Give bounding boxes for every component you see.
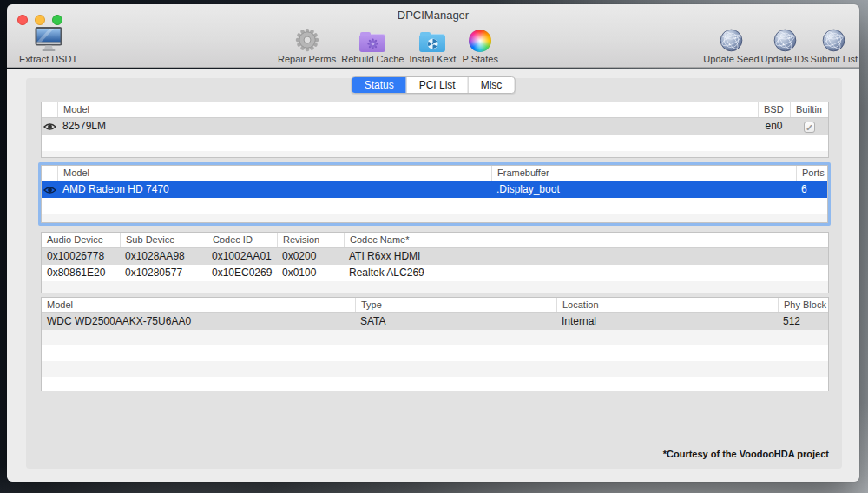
sub-device-cell: 0x1028AA98 xyxy=(120,248,207,265)
voodoohda-credit: *Courtesy of the VoodooHDA project xyxy=(663,449,829,459)
imac-display-icon xyxy=(33,25,64,52)
sub-device-cell: 0x10280577 xyxy=(120,265,207,281)
disk-table: Model Type Location Phy Block WDC WD2500… xyxy=(41,297,829,391)
globe-icon xyxy=(822,25,845,52)
toolbar-item-label: Repair Perms xyxy=(278,54,336,64)
column-header-codec-id[interactable]: Codec ID xyxy=(207,233,277,247)
graphics-model-cell: AMD Radeon HD 7470 xyxy=(57,181,491,198)
empty-row xyxy=(42,135,828,151)
install-kext-button[interactable]: Install Kext xyxy=(409,25,456,64)
tab-status[interactable]: Status xyxy=(352,77,406,93)
column-header-model[interactable]: Model xyxy=(57,166,491,181)
tab-pci-list[interactable]: PCI List xyxy=(406,77,468,93)
column-header-revision[interactable]: Revision xyxy=(277,233,344,247)
update-seed-button[interactable]: Update Seed xyxy=(703,25,759,64)
column-header-framebuffer[interactable]: Framebuffer xyxy=(491,166,796,181)
column-header-location[interactable]: Location xyxy=(556,298,778,312)
column-header-bsd[interactable]: BSD xyxy=(758,102,790,117)
codec-name-cell: ATI R6xx HDMI xyxy=(344,248,828,265)
revision-cell: 0x0200 xyxy=(277,248,344,265)
audio-table: Audio Device Sub Device Codec ID Revisio… xyxy=(41,232,829,293)
blue-folder-kext-icon xyxy=(419,25,445,52)
update-ids-button[interactable]: Update IDs xyxy=(761,25,809,64)
titlebar-toolbar: DPCIManager Extract DSDT xyxy=(7,4,859,68)
gear-icon xyxy=(295,25,319,52)
disk-table-header: Model Type Location Phy Block xyxy=(42,298,828,313)
column-header-model[interactable]: Model xyxy=(57,102,758,117)
empty-row xyxy=(42,151,828,157)
rebuild-cache-button[interactable]: Rebuild Cache xyxy=(341,25,404,64)
column-header-audio-device[interactable]: Audio Device xyxy=(42,233,120,247)
empty-row xyxy=(42,198,827,214)
column-header-codec-name[interactable]: Codec Name* xyxy=(344,233,828,247)
network-model-cell: 82579LM xyxy=(57,118,758,135)
toolbar-item-label: Update Seed xyxy=(703,54,759,64)
toolbar-item-label: Submit List xyxy=(811,54,858,64)
network-bsd-cell: en0 xyxy=(758,118,790,135)
toolbar-item-label: Install Kext xyxy=(409,54,456,64)
color-wheel-icon xyxy=(469,25,491,52)
toolbar-center-group: Repair Perms xyxy=(278,25,499,64)
empty-row xyxy=(42,281,828,293)
empty-row xyxy=(42,345,828,361)
disk-type-cell: SATA xyxy=(355,313,556,330)
toolbar-item-label: P States xyxy=(463,54,498,64)
disk-phy-block-cell: 512 xyxy=(778,313,828,330)
graphics-framebuffer-cell: .Display_boot xyxy=(491,181,796,198)
column-header-type[interactable]: Type xyxy=(355,298,556,312)
column-header-ports[interactable]: Ports xyxy=(796,166,827,181)
globe-icon xyxy=(773,25,797,52)
app-window: DPCIManager Extract DSDT xyxy=(7,4,859,482)
builtin-checkbox[interactable] xyxy=(804,122,815,133)
empty-row xyxy=(42,214,827,222)
window-title: DPCIManager xyxy=(7,9,859,22)
toolbar-item-label: Extract DSDT xyxy=(19,54,77,64)
toolbar-item-label: Update IDs xyxy=(761,54,809,64)
toolbar-item-label: Rebuild Cache xyxy=(341,54,404,64)
disk-table-row[interactable]: WDC WD2500AAKX-75U6AA0 SATA Internal 512 xyxy=(42,313,828,330)
network-builtin-cell xyxy=(790,118,828,135)
eye-icon xyxy=(42,186,57,194)
window-content: Status PCI List Misc Model BSD Builtin xyxy=(7,69,859,482)
disk-model-cell: WDC WD2500AAKX-75U6AA0 xyxy=(42,313,355,330)
graphics-table-header: Model Framebuffer Ports xyxy=(42,166,827,181)
purple-folder-gear-icon xyxy=(359,25,385,52)
globe-icon xyxy=(720,25,743,52)
audio-table-row[interactable]: 0x10026778 0x1028AA98 0x1002AA01 0x0200 … xyxy=(42,248,828,265)
repair-perms-button[interactable]: Repair Perms xyxy=(278,25,336,64)
codec-id-cell: 0x1002AA01 xyxy=(207,248,277,265)
graphics-table-row-selected[interactable]: AMD Radeon HD 7470 .Display_boot 6 xyxy=(42,181,827,198)
extract-dsdt-button[interactable]: Extract DSDT xyxy=(19,25,77,64)
network-table: Model BSD Builtin 82579LM en0 xyxy=(41,102,829,158)
network-table-header: Model BSD Builtin xyxy=(42,102,828,118)
codec-id-cell: 0x10EC0269 xyxy=(207,265,277,281)
column-header-model[interactable]: Model xyxy=(42,298,355,312)
disk-location-cell: Internal xyxy=(556,313,778,330)
audio-device-cell: 0x10026778 xyxy=(42,248,120,265)
revision-cell: 0x0100 xyxy=(277,265,344,281)
audio-table-header: Audio Device Sub Device Codec ID Revisio… xyxy=(42,233,828,248)
column-header-visibility[interactable] xyxy=(42,166,57,181)
column-header-sub-device[interactable]: Sub Device xyxy=(120,233,207,247)
graphics-table: Model Framebuffer Ports AMD Radeon HD 74… xyxy=(41,165,828,223)
p-states-button[interactable]: P States xyxy=(461,25,499,64)
empty-row xyxy=(42,377,828,391)
toolbar-right-group: Update Seed xyxy=(703,25,858,64)
column-header-phy-block[interactable]: Phy Block xyxy=(778,298,828,312)
network-table-row[interactable]: 82579LM en0 xyxy=(42,118,828,135)
eye-icon xyxy=(42,122,57,131)
column-header-visibility[interactable] xyxy=(42,102,57,117)
column-header-builtin[interactable]: Builtin xyxy=(790,102,828,117)
audio-table-row[interactable]: 0x80861E20 0x10280577 0x10EC0269 0x0100 … xyxy=(42,265,828,281)
status-panel: Model BSD Builtin 82579LM en0 xyxy=(26,78,842,469)
tab-bar: Status PCI List Misc xyxy=(352,76,516,94)
toolbar-left-group: Extract DSDT xyxy=(19,25,77,64)
graphics-table-focus-ring: Model Framebuffer Ports AMD Radeon HD 74… xyxy=(38,162,831,226)
empty-row xyxy=(42,330,828,345)
audio-device-cell: 0x80861E20 xyxy=(42,265,120,281)
submit-list-button[interactable]: Submit List xyxy=(811,25,858,64)
tab-misc[interactable]: Misc xyxy=(468,77,515,93)
codec-name-cell: Realtek ALC269 xyxy=(344,265,828,281)
empty-row xyxy=(42,361,828,377)
graphics-ports-cell: 6 xyxy=(796,181,827,198)
